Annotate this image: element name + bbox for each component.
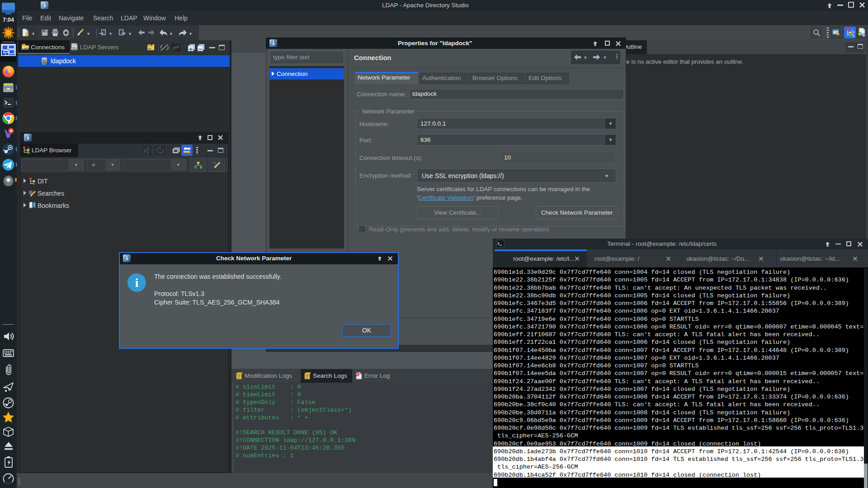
svg-text:P: P	[28, 152, 30, 155]
svg-text:DA: DA	[148, 47, 151, 50]
svg-text:LDAP: LDAP	[23, 47, 29, 50]
svg-text:P: P	[853, 35, 854, 38]
svg-text:LDAP: LDAP	[71, 48, 78, 51]
svg-text:Q: Q	[213, 160, 216, 164]
svg-text:LDAP: LDAP	[42, 62, 49, 65]
